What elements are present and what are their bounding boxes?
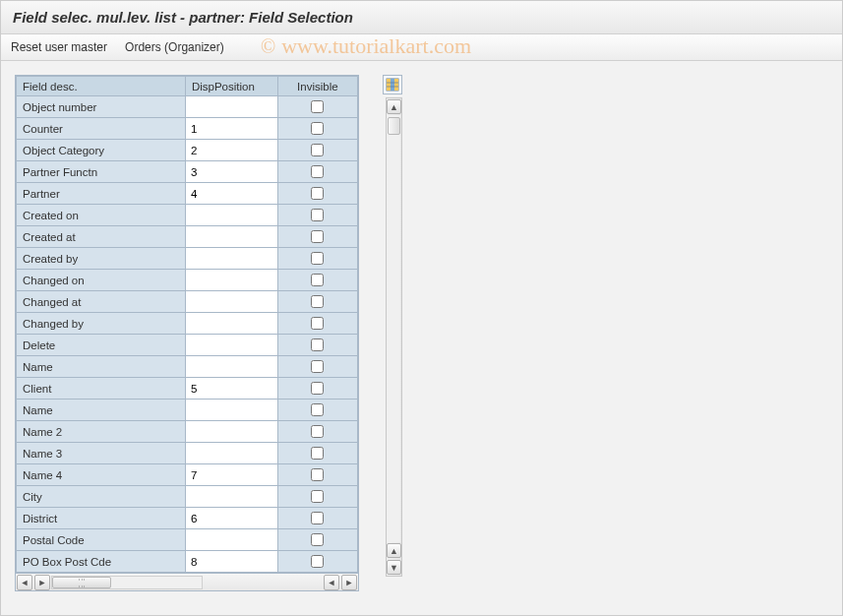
invisible-cell — [277, 183, 357, 205]
field-desc-cell[interactable]: Created at — [17, 226, 186, 248]
scroll-left-end-icon[interactable]: ◄ — [324, 575, 339, 590]
disp-position-input[interactable] — [187, 292, 276, 311]
field-desc-cell[interactable]: Changed at — [17, 291, 186, 313]
field-desc-cell[interactable]: Name 4 — [17, 464, 186, 486]
table-row: Name — [17, 356, 358, 378]
field-desc-cell[interactable]: Changed by — [17, 313, 186, 335]
invisible-checkbox[interactable] — [311, 512, 324, 524]
table-row: Delete — [17, 335, 358, 356]
disp-position-input[interactable] — [187, 465, 276, 484]
disp-position-input[interactable] — [187, 314, 276, 333]
field-desc-cell[interactable]: Name — [17, 400, 186, 421]
field-desc-cell[interactable]: Object Category — [17, 140, 186, 161]
field-desc-cell[interactable]: PO Box Post Cde — [17, 551, 186, 573]
vertical-scrollbar[interactable]: ▲ ▲ ▼ — [386, 97, 402, 577]
invisible-checkbox[interactable] — [311, 360, 324, 373]
side-panel: ▲ ▲ ▼ — [363, 75, 402, 577]
vscroll-track[interactable] — [388, 115, 400, 542]
table-header-row: Field desc. DispPosition Invisible — [17, 77, 358, 96]
column-header-disp-position[interactable]: DispPosition — [185, 77, 277, 96]
disp-position-input[interactable] — [187, 119, 276, 138]
hscroll-track[interactable] — [51, 576, 203, 589]
disp-position-input[interactable] — [187, 400, 276, 419]
disp-position-cell — [185, 486, 277, 508]
disp-position-input[interactable] — [187, 271, 276, 289]
invisible-checkbox[interactable] — [311, 165, 324, 178]
field-desc-cell[interactable]: Postal Code — [17, 529, 186, 551]
orders-organizer-button[interactable]: Orders (Organizer) — [125, 40, 224, 54]
disp-position-input[interactable] — [187, 444, 276, 462]
field-desc-cell[interactable]: Created by — [17, 248, 186, 270]
disp-position-cell — [185, 291, 277, 313]
field-desc-cell[interactable]: Created on — [17, 205, 186, 226]
table-row: Counter — [17, 118, 358, 140]
invisible-checkbox[interactable] — [311, 555, 324, 568]
invisible-cell — [277, 486, 357, 508]
scroll-down-icon[interactable]: ▼ — [387, 560, 401, 575]
horizontal-scrollbar[interactable]: ◄ ► ◄ ► — [16, 573, 358, 590]
field-desc-cell[interactable]: Partner Functn — [17, 161, 186, 183]
invisible-checkbox[interactable] — [311, 230, 324, 243]
invisible-cell — [277, 508, 357, 529]
invisible-checkbox[interactable] — [311, 468, 324, 481]
invisible-checkbox[interactable] — [311, 425, 324, 438]
field-desc-cell[interactable]: District — [17, 508, 186, 529]
invisible-checkbox[interactable] — [311, 490, 324, 503]
invisible-checkbox[interactable] — [311, 339, 324, 351]
invisible-checkbox[interactable] — [311, 144, 324, 156]
invisible-checkbox[interactable] — [311, 447, 324, 460]
field-desc-cell[interactable]: Name 3 — [17, 443, 186, 464]
disp-position-input[interactable] — [187, 249, 276, 268]
disp-position-input[interactable] — [187, 227, 276, 246]
hscroll-thumb[interactable] — [52, 577, 111, 588]
invisible-checkbox[interactable] — [311, 533, 324, 546]
field-desc-cell[interactable]: Partner — [17, 183, 186, 205]
field-desc-cell[interactable]: Name 2 — [17, 421, 186, 443]
field-desc-cell[interactable]: Delete — [17, 335, 186, 356]
disp-position-input[interactable] — [187, 379, 276, 398]
column-header-invisible[interactable]: Invisible — [277, 77, 357, 96]
disp-position-input[interactable] — [187, 97, 276, 116]
vscroll-thumb[interactable] — [388, 117, 400, 135]
disp-position-input[interactable] — [187, 422, 276, 441]
disp-position-input[interactable] — [187, 487, 276, 506]
field-desc-cell[interactable]: Client — [17, 378, 186, 400]
table-row: Created at — [17, 226, 358, 248]
disp-position-input[interactable] — [187, 206, 276, 224]
field-desc-cell[interactable]: Object number — [17, 96, 186, 118]
field-desc-cell[interactable]: Changed on — [17, 270, 186, 291]
invisible-checkbox[interactable] — [311, 100, 324, 113]
invisible-checkbox[interactable] — [311, 187, 324, 200]
invisible-checkbox[interactable] — [311, 274, 324, 286]
disp-position-input[interactable] — [187, 141, 276, 159]
invisible-cell — [277, 291, 357, 313]
invisible-checkbox[interactable] — [311, 382, 324, 395]
scroll-right-end-icon[interactable]: ► — [341, 575, 357, 590]
invisible-cell — [277, 551, 357, 573]
field-desc-cell[interactable]: Counter — [17, 118, 186, 140]
scroll-up-icon[interactable]: ▲ — [387, 99, 401, 114]
table-row: PO Box Post Cde — [17, 551, 358, 573]
scroll-right-icon[interactable]: ► — [34, 575, 50, 590]
invisible-checkbox[interactable] — [311, 209, 324, 221]
field-selection-table-container: Field desc. DispPosition Invisible Objec… — [15, 75, 359, 591]
disp-position-input[interactable] — [187, 530, 276, 549]
scroll-up-page-icon[interactable]: ▲ — [387, 543, 401, 558]
invisible-checkbox[interactable] — [311, 403, 324, 416]
disp-position-input[interactable] — [187, 184, 276, 203]
field-desc-cell[interactable]: Name — [17, 356, 186, 378]
disp-position-input[interactable] — [187, 336, 276, 354]
invisible-checkbox[interactable] — [311, 317, 324, 330]
invisible-checkbox[interactable] — [311, 295, 324, 308]
disp-position-input[interactable] — [187, 509, 276, 527]
column-header-field-desc[interactable]: Field desc. — [17, 77, 186, 96]
disp-position-input[interactable] — [187, 357, 276, 376]
table-settings-button[interactable] — [383, 75, 402, 94]
invisible-checkbox[interactable] — [311, 122, 324, 135]
disp-position-input[interactable] — [187, 162, 276, 181]
field-desc-cell[interactable]: City — [17, 486, 186, 508]
scroll-left-icon[interactable]: ◄ — [17, 575, 32, 590]
reset-user-master-button[interactable]: Reset user master — [11, 40, 107, 54]
disp-position-input[interactable] — [187, 552, 276, 571]
invisible-checkbox[interactable] — [311, 252, 324, 265]
